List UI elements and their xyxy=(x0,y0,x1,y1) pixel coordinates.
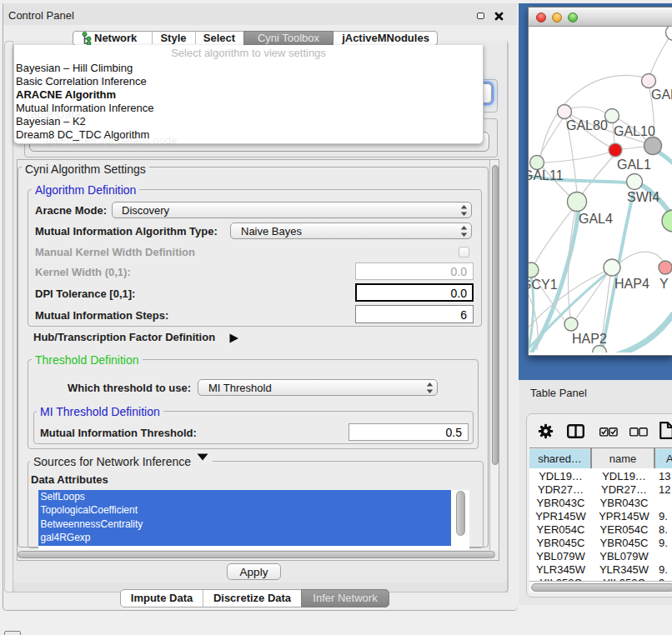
svg-text:GAL11: GAL11 xyxy=(529,168,564,182)
svg-text:HAP4: HAP4 xyxy=(614,277,649,291)
svg-text:SWI4: SWI4 xyxy=(627,190,659,204)
svg-text:GAL1: GAL1 xyxy=(617,158,651,172)
svg-text:GAL80: GAL80 xyxy=(566,118,608,132)
svg-text:GAL10: GAL10 xyxy=(614,124,655,138)
svg-text:GAL4: GAL4 xyxy=(579,212,613,226)
svg-text:GAL7: GAL7 xyxy=(651,88,672,102)
svg-text:HAP2: HAP2 xyxy=(572,332,607,346)
svg-text:Y: Y xyxy=(659,277,669,291)
svg-text:GCY1: GCY1 xyxy=(529,278,558,292)
